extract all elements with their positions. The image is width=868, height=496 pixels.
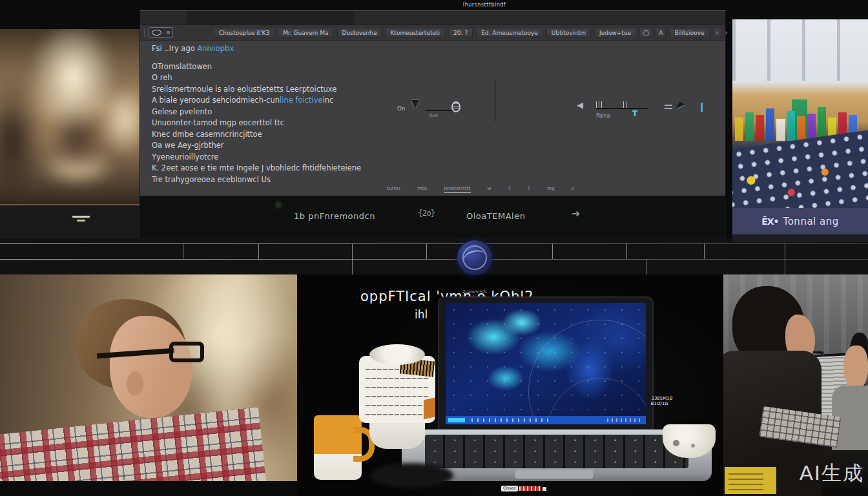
content-line: Yyeneurioillyotcre	[152, 152, 361, 163]
content-line: Fsi ..Iry ago Aniviopbx	[152, 43, 361, 55]
screenshot-root: Ihursnstttbindf Chostoeplse it'K3 Mr. Gu…	[0, 0, 868, 496]
footer-status: 1b pnFnremondcn	[294, 211, 375, 221]
ai-watermark: AI生成	[800, 460, 864, 487]
bracket-icon: {2o}	[418, 209, 435, 218]
laptop-keyboard	[425, 435, 688, 468]
menu-item-8[interactable]: Bilitsioove	[669, 28, 709, 38]
line-text: Knec dmbe casemncrincjittoe	[152, 130, 262, 139]
left-caption-strip	[0, 205, 140, 239]
grid-icon[interactable]	[144, 28, 145, 37]
tab-7[interactable]: s	[572, 185, 574, 193]
line-text: A biale yerooud sehciodmiech-cun	[152, 96, 280, 105]
search-icon	[152, 30, 161, 36]
line-text: Sreilsmertmoule is alo eolustietetts Lee…	[152, 85, 336, 94]
tiny-label: 3385M1B B1O/1G	[650, 396, 673, 406]
globe-emblem-icon	[457, 240, 492, 275]
content-line: Tre trahygoreoea eceblonwcl Us	[152, 174, 361, 186]
content-line: O reh	[152, 72, 361, 84]
slider1-label: tlvn	[429, 113, 438, 118]
menu-item-2[interactable]: Dostovenha	[337, 28, 382, 38]
cyan-marker[interactable]: T	[632, 109, 637, 118]
meeting-photo	[0, 29, 140, 205]
menu-item-0[interactable]: Chostoeplse it'K3	[214, 28, 274, 38]
line-text: Oa we Aey-gjrbther	[152, 141, 224, 150]
triangle-left-icon[interactable]: ◀	[577, 100, 583, 110]
content-line: Oa we Aey-gjrbther	[152, 140, 361, 152]
window-content: Fsi ..Iry ago Aniviopbx OTromslattowen O…	[140, 41, 725, 196]
cup-lid	[369, 344, 425, 365]
menu-item-5[interactable]: Ed. Ameusmetooye	[476, 28, 543, 38]
laptop-screen	[438, 296, 654, 431]
tab-2[interactable]: Jenetetttttt	[444, 185, 470, 193]
glow-dot	[273, 200, 284, 210]
cursor-down-icon[interactable]	[411, 100, 419, 108]
labeled-cup	[359, 356, 435, 423]
tab-0[interactable]: tutter	[387, 185, 400, 193]
yellow-box	[725, 467, 776, 494]
footer-action[interactable]: OloaTEMAlen	[466, 211, 525, 221]
tab-1[interactable]: mto	[417, 185, 427, 193]
chevron-icon[interactable]: ›	[713, 28, 722, 38]
line-text: Unuonnter-tamod mgp eocerttol ttc	[152, 118, 284, 127]
slider-track-2[interactable]	[596, 108, 648, 109]
menu-item-4[interactable]: 20: ?	[448, 28, 473, 38]
content-line: Sreilsmertmoule is alo eolustietetts Lee…	[152, 84, 361, 96]
brand-badge: Onsec	[501, 485, 546, 492]
market-caption-bar: ĒX• Tonnal ang	[732, 208, 868, 234]
cursor-ne-icon[interactable]	[676, 102, 685, 112]
line-text: Gelese pvelento	[152, 107, 212, 116]
search-clear-icon[interactable]	[167, 31, 170, 34]
meeting-photo-blur	[0, 29, 140, 205]
market-photo: ĒX• Tonnal ang	[732, 19, 868, 242]
line-text: K. 2eet aose e tie mte Ingele J vbohledc…	[152, 163, 361, 172]
caption-text: Tonnal ang	[783, 216, 839, 227]
tab-3[interactable]: w	[488, 185, 491, 193]
stamp-icon[interactable]	[451, 101, 460, 112]
person-right-face	[843, 346, 868, 389]
app-window: Chostoeplse it'K3 Mr. Guavem Ma Dostoven…	[140, 10, 726, 239]
person-photo	[0, 274, 297, 481]
line-text: Yyeneurioillyotcre	[152, 152, 218, 161]
line-text: inc	[323, 96, 334, 105]
content-line: Gelese pvelento	[152, 107, 361, 118]
window-titlebar[interactable]	[140, 11, 725, 25]
arrow-right-icon[interactable]: ›	[725, 28, 727, 37]
search-input[interactable]	[149, 27, 173, 38]
laptop-trackpad	[515, 470, 593, 479]
person-ear	[127, 371, 143, 396]
menu-item-1[interactable]: Mr. Guavem Ma	[278, 28, 333, 38]
caption-logo: ĒX•	[761, 216, 778, 227]
glasses-lens	[169, 342, 204, 362]
tab-4[interactable]: ?	[508, 185, 511, 193]
slider-track-1[interactable]	[426, 110, 455, 111]
line-link[interactable]: line foictive	[280, 96, 323, 105]
bottom-tabs: tutter mto Jenetetttttt w ? ? mg s	[387, 185, 574, 193]
menu-item-7[interactable]: Jedow+tue	[594, 28, 636, 38]
circle-icon[interactable]: ◯	[639, 28, 652, 38]
line-text: O reh	[152, 73, 172, 82]
content-line: K. 2eet aose e tie mte Ingele J vbohledc…	[152, 163, 361, 174]
badge-dot	[542, 487, 546, 491]
titlebar-tab[interactable]	[187, 11, 355, 25]
content-line: A biale yerooud sehciodmiech-cunline foi…	[152, 95, 361, 107]
desk-sub-note: ihl	[415, 308, 428, 321]
line-link[interactable]: Aniviopbx	[197, 44, 234, 53]
slider2-ticks	[596, 101, 604, 108]
window-title: Ihursnstttbindf	[388, 2, 581, 8]
tab-6[interactable]: mg	[547, 185, 555, 193]
dash-icon[interactable]	[665, 104, 672, 109]
menu-item-6[interactable]: Ubtitovintm	[546, 28, 591, 38]
line-text: Tre trahygoreoea eceblonwcl Us	[152, 175, 271, 184]
desk-photo: oppFTIcal 'vmn o kQbl2 Zeaoetchifs jesos…	[297, 274, 723, 496]
tab-5[interactable]: ?	[528, 185, 530, 193]
on-label: On	[397, 105, 406, 112]
menu-item-3[interactable]: Ktomeusterteteti	[385, 28, 445, 38]
letter-a-icon[interactable]: A	[656, 28, 666, 38]
window-footer: 1b pnFnremondcn {2o} OloaTEMAlen ➜	[140, 196, 725, 238]
content-line: Unuonnter-tamod mgp eocerttol ttc	[152, 118, 361, 129]
arrow-forward-icon[interactable]: ➜	[572, 207, 580, 220]
blue-bar-icon[interactable]	[701, 103, 703, 112]
badge-red-segment	[519, 486, 541, 491]
world-map-display	[446, 303, 646, 424]
slider2-label: Paina	[596, 113, 610, 119]
